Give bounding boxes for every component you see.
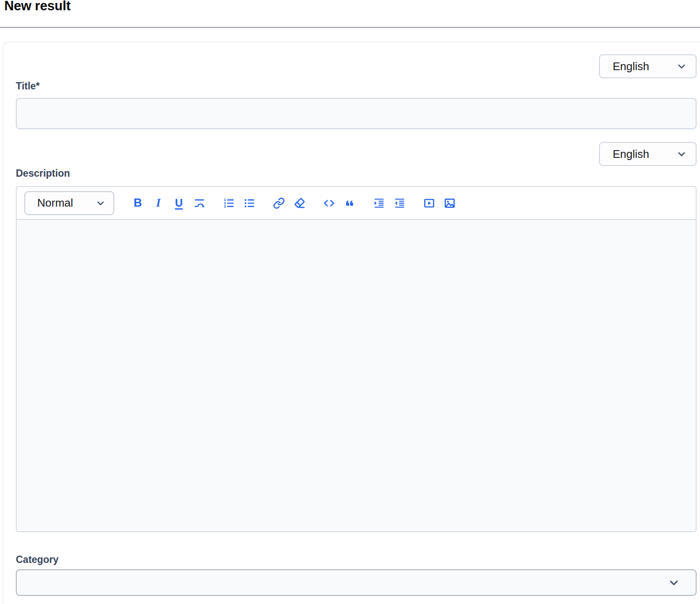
bold-icon: B (133, 197, 142, 209)
indent-increase-button[interactable] (373, 197, 385, 209)
bold-button[interactable]: B (132, 197, 144, 209)
chevron-down-icon (676, 61, 687, 72)
category-label: Category (16, 554, 59, 566)
link-icon (273, 197, 285, 209)
chevron-down-icon (667, 576, 680, 589)
text-wrap-icon (193, 197, 205, 209)
form-card: English Title* English Description Norma… (3, 41, 700, 604)
insert-video-button[interactable] (423, 197, 435, 209)
title-language-value: English (613, 60, 649, 73)
category-select[interactable] (16, 569, 697, 596)
description-language-selector[interactable]: English (599, 142, 697, 166)
toolbar-group-media (423, 197, 456, 209)
bullet-list-button[interactable] (243, 197, 255, 209)
italic-icon: I (156, 197, 161, 209)
text-wrap-button[interactable] (193, 197, 205, 209)
toolbar-group-text-style: B I U (132, 197, 205, 209)
header-divider (0, 27, 700, 28)
underline-icon: U (175, 198, 183, 208)
editor-toolbar: Normal B I U (17, 187, 696, 220)
insert-link-button[interactable] (273, 197, 285, 209)
paragraph-format-value: Normal (37, 196, 73, 210)
paragraph-format-selector[interactable]: Normal (24, 191, 114, 215)
code-block-button[interactable] (323, 197, 335, 209)
description-editor: Normal B I U (16, 186, 697, 532)
insert-video-icon (423, 197, 435, 209)
code-icon (323, 197, 335, 209)
description-language-value: English (613, 148, 649, 161)
blockquote-button[interactable] (344, 197, 356, 209)
description-label: Description (16, 168, 70, 179)
page: New result English Title* English Descri… (0, 0, 700, 604)
underline-button[interactable]: U (173, 197, 185, 209)
toolbar-group-code-quote (323, 197, 356, 209)
insert-image-icon (444, 197, 456, 209)
chevron-down-icon (676, 148, 687, 160)
indent-decrease-icon (394, 197, 406, 209)
page-title: New result (4, 0, 71, 14)
clear-formatting-button[interactable] (294, 197, 306, 209)
insert-image-button[interactable] (444, 197, 456, 209)
indent-decrease-button[interactable] (394, 197, 406, 209)
title-language-selector[interactable]: English (599, 54, 697, 78)
title-input[interactable] (16, 98, 697, 129)
title-label: Title* (16, 80, 40, 92)
italic-button[interactable]: I (152, 197, 164, 209)
toolbar-group-link-clean (273, 197, 306, 209)
editor-content-area[interactable] (17, 220, 696, 531)
ordered-list-icon: 1 2 3 (223, 197, 235, 209)
chevron-down-icon (95, 198, 106, 208)
blockquote-icon (344, 197, 356, 209)
indent-increase-icon (373, 197, 385, 209)
toolbar-group-indent (373, 197, 406, 209)
bullet-list-icon (243, 197, 255, 209)
svg-text:3: 3 (224, 204, 226, 208)
ordered-list-button[interactable]: 1 2 3 (223, 197, 235, 209)
clear-formatting-icon (294, 197, 306, 209)
toolbar-group-lists: 1 2 3 (223, 197, 255, 209)
